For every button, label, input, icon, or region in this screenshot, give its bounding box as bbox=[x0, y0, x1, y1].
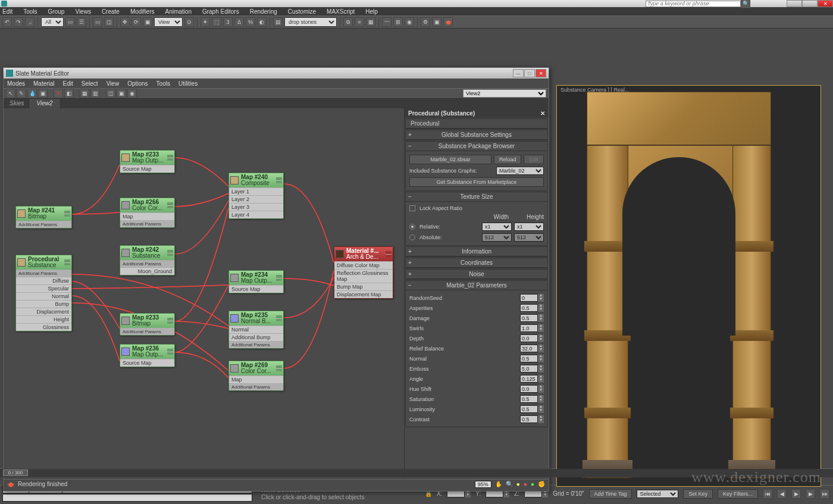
render-setup-icon[interactable]: ⚙ bbox=[421, 17, 430, 27]
param-input[interactable] bbox=[520, 375, 538, 383]
param-input[interactable] bbox=[520, 405, 538, 413]
rotate-icon[interactable]: ⟳ bbox=[131, 17, 141, 27]
play-next-icon[interactable]: ▶ bbox=[806, 489, 815, 499]
absolute-radio[interactable] bbox=[409, 234, 415, 240]
key-filters-button[interactable]: Key Filters... bbox=[718, 489, 758, 499]
snap3-icon[interactable]: 3 bbox=[223, 17, 233, 27]
noise-rollup[interactable]: +Noise bbox=[406, 270, 547, 279]
param-input[interactable] bbox=[520, 314, 538, 322]
global-settings-rollup[interactable]: +Global Substance Settings bbox=[406, 130, 547, 140]
param-input[interactable] bbox=[520, 385, 538, 393]
dialog-titlebar[interactable]: Slate Material Editor — □ ✕ bbox=[4, 68, 549, 79]
zoom-icon[interactable]: 🔍 bbox=[506, 481, 513, 487]
abs-width-select[interactable]: 512 bbox=[482, 233, 512, 242]
dialog-max-button[interactable]: □ bbox=[524, 69, 535, 77]
node-material-output[interactable]: Material #...Arch & De...— Diffuse Color… bbox=[334, 246, 393, 299]
node-map235[interactable]: Map #235Normal B...— Normal Additional B… bbox=[228, 311, 284, 349]
graphs-select[interactable]: Marble_02 bbox=[496, 167, 544, 175]
node-map236[interactable]: Map #236Map Outp...— Source Map bbox=[120, 344, 175, 367]
move-child-icon[interactable]: ◧ bbox=[64, 89, 74, 98]
layers-icon[interactable]: ▦ bbox=[366, 17, 375, 27]
param-input[interactable] bbox=[520, 395, 538, 403]
align-icon[interactable]: ≡ bbox=[355, 17, 364, 27]
view-select[interactable]: View2 bbox=[463, 89, 546, 98]
relative-radio[interactable] bbox=[409, 224, 415, 230]
named-sets-icon[interactable]: ▤ bbox=[273, 17, 283, 27]
mirror-icon[interactable]: ⧉ bbox=[343, 17, 353, 27]
spinner-snap-icon[interactable]: ◐ bbox=[257, 17, 267, 27]
zoom-input[interactable]: 95% bbox=[475, 481, 491, 488]
region-rect-icon[interactable]: ▭ bbox=[93, 17, 102, 27]
manip-icon[interactable]: ✦ bbox=[201, 17, 210, 27]
play-prev-icon[interactable]: ◀ bbox=[777, 489, 787, 499]
scale-icon[interactable]: ▣ bbox=[143, 17, 152, 27]
node-map241[interactable]: Map #241Bitmap— Additional Params bbox=[15, 206, 72, 228]
grab-icon[interactable]: ✊ bbox=[538, 481, 545, 487]
asnap-icon[interactable]: ∆ bbox=[234, 17, 244, 27]
link-icon[interactable]: ⟓ bbox=[25, 17, 35, 27]
dlg-menu-modes[interactable]: Modes bbox=[7, 80, 25, 87]
menu-group[interactable]: Group bbox=[48, 8, 65, 15]
menu-modifiers[interactable]: Modifiers bbox=[130, 8, 155, 15]
node-color3-icon[interactable]: ● bbox=[531, 481, 534, 487]
menu-views[interactable]: Views bbox=[75, 8, 91, 15]
show-end-icon[interactable]: ▣ bbox=[117, 89, 126, 98]
eyedrop-icon[interactable]: 💧 bbox=[27, 89, 37, 98]
param-input[interactable] bbox=[520, 324, 538, 332]
param-input[interactable] bbox=[520, 294, 538, 302]
dlg-menu-material[interactable]: Material bbox=[33, 80, 55, 87]
layout-all-icon[interactable]: ▦ bbox=[80, 89, 89, 98]
props-close-icon[interactable]: ✕ bbox=[540, 110, 545, 117]
close-button[interactable]: ✕ bbox=[818, 0, 833, 7]
window-cross-icon[interactable]: ◫ bbox=[104, 17, 114, 27]
node-map269[interactable]: Map #269Color Cor...— Map Additional Par… bbox=[228, 361, 284, 391]
curve-editor-icon[interactable]: 〰 bbox=[382, 17, 392, 27]
param-input[interactable] bbox=[520, 415, 538, 423]
edit-button[interactable]: Edit bbox=[524, 155, 544, 164]
rel-height-select[interactable]: x1 bbox=[514, 223, 544, 231]
dialog-close-button[interactable]: ✕ bbox=[536, 69, 546, 77]
menu-tools[interactable]: Tools bbox=[23, 8, 37, 15]
node-map233b[interactable]: Map #233Bitmap— Additional Params bbox=[120, 313, 175, 336]
information-rollup[interactable]: +Information bbox=[406, 247, 547, 256]
substance-file-button[interactable]: Marble_02.sbsar bbox=[409, 155, 491, 164]
node-map234[interactable]: Map #234Map Outp...— Source Map bbox=[228, 270, 284, 293]
lock-aspect-check[interactable] bbox=[409, 205, 415, 211]
selected-filter-select[interactable]: Selected bbox=[637, 490, 678, 498]
snap-toggle-icon[interactable]: ⬚ bbox=[212, 17, 221, 27]
maximize-button[interactable]: □ bbox=[802, 0, 818, 7]
node-canvas[interactable]: Map #241Bitmap— Additional Params Proced… bbox=[4, 108, 404, 479]
keyword-search-input[interactable] bbox=[646, 1, 741, 7]
param-input[interactable] bbox=[520, 365, 538, 372]
delete-icon[interactable]: ✕ bbox=[54, 89, 63, 98]
menu-customize[interactable]: Customize bbox=[288, 8, 316, 15]
layout-child-icon[interactable]: ▥ bbox=[90, 89, 100, 98]
marble-params-rollup[interactable]: −Marble_02 Parameters bbox=[406, 281, 547, 290]
timeline-knob[interactable]: 0 / 300 bbox=[3, 469, 28, 476]
play-end-icon[interactable]: ⏭ bbox=[820, 489, 829, 499]
texture-size-rollup[interactable]: −Texture Size bbox=[406, 192, 547, 202]
brush-icon[interactable]: ✎ bbox=[17, 89, 26, 98]
pivot-icon[interactable]: ⊙ bbox=[184, 17, 194, 27]
dlg-menu-options[interactable]: Options bbox=[127, 80, 148, 87]
add-time-tag-button[interactable]: Add Time Tag bbox=[589, 489, 632, 499]
dlg-menu-edit[interactable]: Edit bbox=[63, 80, 73, 87]
package-browser-rollup[interactable]: −Substance Package Browser bbox=[406, 142, 547, 151]
param-input[interactable] bbox=[520, 345, 538, 352]
menu-edit[interactable]: Edit bbox=[2, 8, 12, 15]
named-selection-select[interactable]: drop stones bbox=[284, 17, 337, 27]
param-input[interactable] bbox=[520, 355, 538, 362]
marketplace-button[interactable]: Get Substance From Marketplace bbox=[409, 177, 544, 187]
procedural-rollup[interactable]: Procedural bbox=[406, 119, 547, 129]
dialog-min-button[interactable]: — bbox=[513, 69, 524, 77]
tab-view2[interactable]: View2 bbox=[30, 99, 59, 108]
menu-maxscript[interactable]: MAXScript bbox=[327, 8, 355, 15]
set-key-button[interactable]: Set Key bbox=[683, 489, 713, 499]
minimize-button[interactable]: — bbox=[787, 0, 802, 7]
assign-icon[interactable]: ▣ bbox=[38, 89, 48, 98]
teapot-icon[interactable]: 🫖 bbox=[7, 481, 14, 487]
dlg-menu-select[interactable]: Select bbox=[82, 80, 98, 87]
tab-skies[interactable]: Skies bbox=[4, 99, 30, 108]
render-frame-icon[interactable]: ▣ bbox=[432, 17, 441, 27]
pan-icon[interactable]: ✋ bbox=[495, 481, 502, 487]
